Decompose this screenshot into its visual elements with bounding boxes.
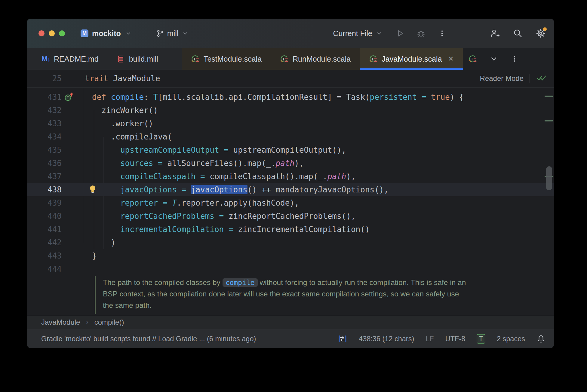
token: = bbox=[153, 159, 167, 168]
line-number[interactable]: 444 bbox=[27, 265, 62, 274]
code-text[interactable]: incrementalCompilation = zincIncremental… bbox=[92, 225, 370, 234]
error-stripe-mark[interactable] bbox=[545, 120, 553, 121]
gutter[interactable]: 444 bbox=[27, 262, 92, 276]
run-button[interactable] bbox=[395, 28, 405, 39]
tab-options-more-vertical-icon[interactable] bbox=[510, 55, 519, 63]
code-editor[interactable]: 431Idef compile: T[mill.scalalib.api.Com… bbox=[27, 87, 554, 315]
indent-setting[interactable]: 2 spaces bbox=[497, 335, 525, 343]
tab-build-mill[interactable]: build.mill bbox=[108, 48, 167, 70]
gutter[interactable]: 443 bbox=[27, 249, 92, 262]
code-text[interactable]: reportCachedProblems = zincReportCachedP… bbox=[92, 212, 356, 221]
line-number[interactable]: 443 bbox=[27, 251, 62, 260]
code-text[interactable]: } bbox=[92, 251, 97, 260]
code-line-440[interactable]: 440reportCachedProblems = zincReportCach… bbox=[27, 210, 554, 223]
breadcrumb-item-member[interactable]: compile() bbox=[94, 318, 124, 326]
gutter[interactable]: 431I bbox=[27, 90, 92, 104]
line-number[interactable]: 442 bbox=[27, 238, 62, 247]
more-vertical-icon[interactable] bbox=[437, 28, 447, 39]
code-text[interactable]: javacOptions = javacOptions() ++ mandato… bbox=[92, 185, 389, 194]
tab-testmodule-scala[interactable]: TTestModule.scala bbox=[182, 48, 271, 70]
code-text[interactable]: def compile: T[mill.scalalib.api.Compila… bbox=[92, 93, 464, 102]
column-mode-icon[interactable] bbox=[338, 334, 347, 344]
error-stripe-mark[interactable] bbox=[545, 96, 553, 97]
code-line-436[interactable]: 436sources = allSourceFiles().map(_.path… bbox=[27, 157, 554, 170]
debug-button[interactable] bbox=[416, 28, 426, 39]
vcs-widget[interactable]: mill bbox=[156, 29, 189, 38]
project-widget[interactable]: M mockito bbox=[81, 29, 132, 38]
gutter[interactable]: 432 bbox=[27, 104, 92, 117]
gutter[interactable]: 438 bbox=[27, 183, 92, 196]
gutter[interactable]: 437 bbox=[27, 170, 92, 183]
code-line-442[interactable]: 442) bbox=[27, 236, 554, 249]
reader-ok-checks-icon[interactable] bbox=[536, 74, 548, 83]
line-number[interactable]: 436 bbox=[27, 159, 62, 168]
code-line-432[interactable]: 432zincWorker() bbox=[27, 104, 554, 117]
code-line-439[interactable]: 439reporter = T.reporter.apply(hashCode)… bbox=[27, 196, 554, 210]
code-text[interactable]: upstreamCompileOutput = upstreamCompileO… bbox=[92, 145, 346, 155]
tab-list-chevron-down-icon[interactable] bbox=[489, 54, 498, 63]
caret-position[interactable]: 438:36 (12 chars) bbox=[359, 335, 414, 343]
line-ending[interactable]: LF bbox=[426, 335, 434, 343]
scrollbar-thumb[interactable] bbox=[546, 166, 552, 190]
code-line-431[interactable]: 431Idef compile: T[mill.scalalib.api.Com… bbox=[27, 90, 554, 104]
tab-javamodule-scala[interactable]: TJavaModule.scala✕ bbox=[360, 48, 463, 70]
code-line-435[interactable]: 435upstreamCompileOutput = upstreamCompi… bbox=[27, 143, 554, 157]
file-encoding[interactable]: UTF-8 bbox=[445, 335, 466, 343]
search-icon[interactable] bbox=[512, 28, 523, 39]
line-number[interactable]: 432 bbox=[27, 106, 62, 115]
line-number[interactable]: 440 bbox=[27, 212, 62, 221]
line-number[interactable]: 437 bbox=[27, 172, 62, 181]
line-number[interactable]: 431 bbox=[27, 93, 62, 102]
code-line-441[interactable]: 441incrementalCompilation = zincIncremen… bbox=[27, 223, 554, 236]
code-line-444[interactable]: 444 bbox=[27, 262, 554, 276]
code-line-438[interactable]: 438javacOptions = javacOptions() ++ mand… bbox=[27, 183, 554, 196]
settings-gear-icon[interactable] bbox=[535, 28, 546, 39]
line-number[interactable]: 433 bbox=[27, 119, 62, 128]
tab-readme-md[interactable]: M↓README.md bbox=[32, 48, 108, 70]
tab-runmodule-scala[interactable]: TRunModule.scala bbox=[271, 48, 360, 70]
gutter[interactable]: 433 bbox=[27, 117, 92, 130]
code-text[interactable]: .worker() bbox=[92, 119, 153, 128]
gutter[interactable]: 440 bbox=[27, 210, 92, 223]
code-text[interactable]: sources = allSourceFiles().map(_.path), bbox=[92, 159, 304, 168]
notification-dot bbox=[543, 27, 547, 31]
minimize-window-button[interactable] bbox=[49, 30, 55, 36]
gutter[interactable]: 434 bbox=[27, 130, 92, 143]
implements-gutter-icon[interactable]: I bbox=[64, 92, 74, 102]
line-number[interactable]: 439 bbox=[27, 198, 62, 207]
file-type-badge[interactable]: T bbox=[477, 334, 485, 344]
gutter[interactable]: 442 bbox=[27, 236, 92, 249]
run-configuration-selector[interactable]: Current File bbox=[333, 29, 383, 38]
line-number[interactable]: 435 bbox=[27, 145, 62, 155]
code-text[interactable]: ) bbox=[92, 238, 115, 247]
zoom-window-button[interactable] bbox=[59, 30, 65, 36]
close-window-button[interactable] bbox=[38, 30, 45, 36]
code-text[interactable]: .compileJava( bbox=[92, 132, 172, 141]
gutter[interactable]: 435 bbox=[27, 143, 92, 157]
code-text[interactable]: reporter = T.reporter.apply(hashCode), bbox=[92, 198, 299, 207]
line-number[interactable]: 434 bbox=[27, 132, 62, 141]
lightbulb-icon[interactable] bbox=[88, 185, 97, 195]
code-line-437[interactable]: 437compileClasspath = compileClasspath()… bbox=[27, 170, 554, 183]
token: = bbox=[219, 145, 233, 155]
breadcrumb-item-class[interactable]: JavaModule bbox=[41, 318, 80, 326]
code-line-433[interactable]: 433.worker() bbox=[27, 117, 554, 130]
gutter[interactable]: 439 bbox=[27, 196, 92, 210]
status-message[interactable]: Gradle 'mockito' build scripts found // … bbox=[41, 335, 256, 343]
code-text[interactable]: compileClasspath = compileClasspath().ma… bbox=[92, 172, 356, 181]
tab-close-icon[interactable]: ✕ bbox=[448, 55, 453, 63]
implements-gutter-slot[interactable]: I bbox=[64, 92, 74, 102]
line-number[interactable]: 438 bbox=[27, 185, 62, 194]
line-number[interactable]: 441 bbox=[27, 225, 62, 234]
gutter[interactable]: 441 bbox=[27, 223, 92, 236]
notifications-bell-icon[interactable] bbox=[536, 334, 546, 343]
code-line-434[interactable]: 434.compileJava( bbox=[27, 130, 554, 143]
intention-bulb-slot[interactable] bbox=[88, 185, 97, 195]
add-user-button[interactable] bbox=[490, 28, 500, 39]
gutter[interactable]: 436 bbox=[27, 157, 92, 170]
tab-overflow[interactable]: T bbox=[464, 54, 481, 63]
code-line-443[interactable]: 443} bbox=[27, 249, 554, 262]
code-text[interactable]: zincWorker() bbox=[92, 106, 158, 115]
sticky-code[interactable]: trait JavaModule bbox=[85, 74, 160, 83]
reader-mode-label[interactable]: Reader Mode bbox=[480, 74, 524, 83]
